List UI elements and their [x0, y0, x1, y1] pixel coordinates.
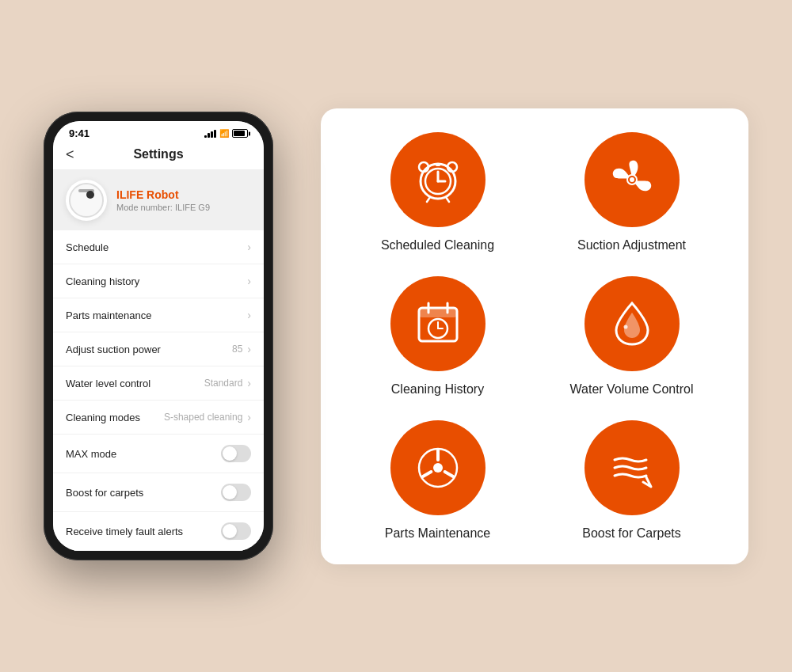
menu-label-suction-power: Adjust suction power: [66, 344, 161, 355]
menu-item-parts-maintenance[interactable]: Parts maintenance ›: [53, 298, 264, 332]
menu-label-cleaning-history: Cleaning history: [66, 275, 139, 287]
chevron-icon: ›: [247, 309, 251, 321]
menu-right-suction-power: 85 ›: [232, 343, 251, 355]
calendar-clock-icon: [413, 298, 463, 349]
signal-icon: [204, 130, 216, 138]
parts-maintenance-icon-circle: [390, 420, 485, 515]
feature-water-volume[interactable]: Water Volume Control: [546, 276, 717, 397]
parts-maintenance-label: Parts Maintenance: [385, 526, 490, 541]
clock-alarm-icon: [413, 154, 463, 205]
water-drop-icon: [607, 298, 657, 349]
menu-right-schedule: ›: [247, 241, 251, 253]
menu-item-boost-carpets[interactable]: Boost for carpets: [53, 473, 264, 512]
menu-item-cleaning-history[interactable]: Cleaning history ›: [53, 264, 264, 298]
menu-right-cleaning-history: ›: [247, 275, 251, 287]
app-header: < Settings: [53, 142, 264, 170]
robot-avatar: [66, 180, 107, 221]
feature-boost-carpets[interactable]: Boost for Carpets: [546, 420, 717, 541]
svg-rect-21: [436, 449, 440, 461]
main-scene: 9:41 📶 < Settings: [0, 0, 792, 672]
menu-right-water-level: Standard ›: [204, 377, 251, 389]
feature-cleaning-history[interactable]: Cleaning History: [352, 276, 523, 397]
page-title: Settings: [133, 147, 183, 161]
spinning-brush-icon: [413, 442, 463, 493]
chevron-icon: ›: [247, 241, 251, 253]
menu-right-boost-carpets: [221, 484, 251, 501]
menu-label-boost-carpets: Boost for carpets: [66, 487, 143, 499]
status-time: 9:41: [69, 127, 89, 139]
suction-value: 85: [232, 344, 242, 355]
device-info: ILIFE Robot Mode number: ILIFE G9: [116, 188, 210, 212]
feature-grid: Scheduled Cleaning Suction Adjustment: [321, 108, 748, 564]
fan-icon: [607, 154, 657, 205]
phone-screen: 9:41 📶 < Settings: [53, 121, 264, 551]
svg-rect-23: [421, 469, 433, 478]
menu-right-parts-maintenance: ›: [247, 309, 251, 321]
suction-adjustment-label: Suction Adjustment: [577, 238, 686, 252]
wind-arrow-icon: [607, 442, 657, 493]
svg-line-7: [446, 197, 449, 202]
menu-item-suction-power[interactable]: Adjust suction power 85 ›: [53, 332, 264, 366]
device-card: ILIFE Robot Mode number: ILIFE G9: [53, 170, 264, 230]
cleaning-history-label: Cleaning History: [391, 382, 484, 397]
feature-parts-maintenance[interactable]: Parts Maintenance: [352, 420, 523, 541]
cleaning-modes-value: S-shaped cleaning: [164, 412, 242, 423]
status-bar: 9:41 📶: [53, 121, 264, 142]
boost-carpets-icon-circle: [584, 420, 680, 515]
menu-label-cleaning-modes: Cleaning modes: [66, 412, 140, 423]
menu-item-cleaning-modes[interactable]: Cleaning modes S-shaped cleaning ›: [53, 401, 264, 435]
svg-point-18: [623, 325, 627, 328]
menu-label-max-mode: MAX mode: [66, 448, 116, 460]
battery-icon: [232, 129, 248, 138]
status-icons: 📶: [204, 129, 248, 138]
feature-suction-adjustment[interactable]: Suction Adjustment: [546, 132, 717, 252]
chevron-icon: ›: [247, 275, 251, 287]
max-mode-toggle[interactable]: [221, 445, 251, 462]
feature-scheduled-cleaning[interactable]: Scheduled Cleaning: [352, 132, 523, 252]
suction-adjustment-icon-circle: [584, 132, 680, 227]
water-level-value: Standard: [204, 378, 243, 389]
cleaning-history-icon-circle: [390, 276, 485, 371]
chevron-icon: ›: [247, 377, 251, 389]
back-button[interactable]: <: [66, 146, 74, 163]
fault-alerts-toggle[interactable]: [221, 522, 251, 540]
boost-carpets-toggle[interactable]: [221, 484, 251, 501]
scheduled-cleaning-label: Scheduled Cleaning: [381, 238, 494, 252]
menu-right-max-mode: [221, 445, 251, 462]
menu-item-fault-alerts[interactable]: Receive timely fault alerts: [53, 512, 264, 551]
chevron-icon: ›: [247, 343, 251, 355]
water-volume-icon-circle: [584, 276, 680, 371]
svg-line-6: [427, 197, 430, 202]
svg-point-10: [630, 177, 634, 182]
menu-label-parts-maintenance: Parts maintenance: [66, 309, 151, 321]
water-volume-label: Water Volume Control: [570, 382, 694, 397]
phone-wrapper: 9:41 📶 < Settings: [44, 112, 281, 560]
svg-point-20: [433, 463, 443, 473]
menu-label-water-level: Water level control: [66, 378, 150, 389]
menu-list: Schedule › Cleaning history › Parts main…: [53, 230, 264, 551]
menu-label-fault-alerts: Receive timely fault alerts: [66, 526, 183, 537]
phone-shell: 9:41 📶 < Settings: [44, 112, 273, 560]
chevron-icon: ›: [247, 411, 251, 423]
svg-rect-12: [419, 308, 457, 317]
svg-rect-8: [436, 164, 440, 166]
menu-item-max-mode[interactable]: MAX mode: [53, 435, 264, 473]
device-name: ILIFE Robot: [116, 188, 210, 201]
scheduled-cleaning-icon-circle: [390, 132, 485, 227]
boost-carpets-label: Boost for Carpets: [582, 526, 681, 541]
menu-right-cleaning-modes: S-shaped cleaning ›: [164, 411, 251, 423]
menu-label-schedule: Schedule: [66, 241, 109, 253]
device-model: Mode number: ILIFE G9: [116, 203, 210, 212]
menu-item-schedule[interactable]: Schedule ›: [53, 230, 264, 264]
svg-rect-22: [442, 469, 455, 478]
menu-item-water-level[interactable]: Water level control Standard ›: [53, 366, 264, 401]
menu-right-fault-alerts: [221, 522, 251, 540]
wifi-icon: 📶: [219, 129, 229, 138]
